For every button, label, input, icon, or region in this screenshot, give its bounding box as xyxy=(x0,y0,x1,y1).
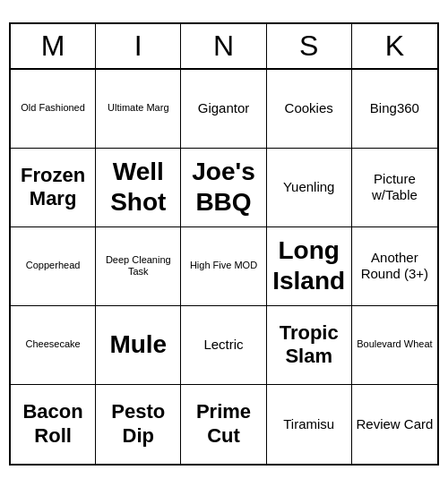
bingo-cell-3: Cookies xyxy=(267,70,352,149)
cell-text-12: High Five MOD xyxy=(190,260,257,271)
bingo-cell-6: Well Shot xyxy=(96,149,181,227)
bingo-cell-11: Deep Cleaning Task xyxy=(96,227,181,306)
bingo-cell-20: Bacon Roll xyxy=(11,385,96,464)
bingo-cell-14: Another Round (3+) xyxy=(352,227,437,306)
bingo-cell-0: Old Fashioned xyxy=(11,70,96,149)
cell-text-14: Another Round (3+) xyxy=(356,250,434,282)
header-letter-n: N xyxy=(181,24,266,68)
cell-text-17: Lectric xyxy=(203,337,243,353)
cell-text-21: Pesto Dip xyxy=(99,400,177,448)
bingo-cell-5: Frozen Marg xyxy=(11,149,96,227)
bingo-cell-2: Gigantor xyxy=(181,70,266,149)
cell-text-22: Prime Cut xyxy=(185,400,262,448)
cell-text-7: Joe's BBQ xyxy=(185,157,262,217)
cell-text-2: Gigantor xyxy=(198,100,250,116)
header-letter-i: I xyxy=(96,24,181,68)
cell-text-18: Tropic Slam xyxy=(271,321,348,369)
cell-text-19: Boulevard Wheat xyxy=(357,338,432,350)
bingo-cell-16: Mule xyxy=(96,306,181,385)
bingo-cell-8: Yuenling xyxy=(267,149,352,227)
bingo-cell-10: Copperhead xyxy=(11,227,96,306)
bingo-cell-9: Picture w/Table xyxy=(352,149,437,227)
cell-text-3: Cookies xyxy=(285,100,333,116)
cell-text-1: Ultimate Marg xyxy=(108,102,168,114)
bingo-cell-15: Cheesecake xyxy=(11,306,96,385)
cell-text-13: Long Island xyxy=(271,235,348,295)
bingo-cell-7: Joe's BBQ xyxy=(181,149,266,227)
header-letter-s: S xyxy=(267,24,352,68)
bingo-cell-17: Lectric xyxy=(181,306,266,385)
cell-text-5: Frozen Marg xyxy=(14,164,91,211)
bingo-cell-13: Long Island xyxy=(267,227,352,306)
cell-text-11: Deep Cleaning Task xyxy=(99,254,177,278)
bingo-card: MINSK Old FashionedUltimate MargGigantor… xyxy=(9,22,439,466)
bingo-cell-1: Ultimate Marg xyxy=(96,70,181,149)
bingo-cell-19: Boulevard Wheat xyxy=(352,306,437,385)
bingo-grid: Old FashionedUltimate MargGigantorCookie… xyxy=(11,70,437,464)
cell-text-9: Picture w/Table xyxy=(356,171,434,203)
cell-text-8: Yuenling xyxy=(283,179,335,195)
cell-text-16: Mule xyxy=(109,329,167,360)
bingo-cell-18: Tropic Slam xyxy=(267,306,352,385)
bingo-cell-21: Pesto Dip xyxy=(96,385,181,464)
cell-text-10: Copperhead xyxy=(26,260,81,271)
bingo-cell-12: High Five MOD xyxy=(181,227,266,306)
bingo-cell-4: Bing360 xyxy=(352,70,437,149)
bingo-cell-22: Prime Cut xyxy=(181,385,266,464)
cell-text-20: Bacon Roll xyxy=(14,400,91,448)
cell-text-15: Cheesecake xyxy=(26,338,81,350)
header-letter-k: K xyxy=(352,24,437,68)
cell-text-0: Old Fashioned xyxy=(21,102,85,114)
header-row: MINSK xyxy=(11,24,437,70)
cell-text-4: Bing360 xyxy=(370,100,419,116)
bingo-cell-24: Review Card xyxy=(352,385,437,464)
cell-text-24: Review Card xyxy=(356,416,433,432)
cell-text-23: Tiramisu xyxy=(283,416,334,432)
cell-text-6: Well Shot xyxy=(99,157,177,217)
bingo-cell-23: Tiramisu xyxy=(267,385,352,464)
header-letter-m: M xyxy=(11,24,96,68)
